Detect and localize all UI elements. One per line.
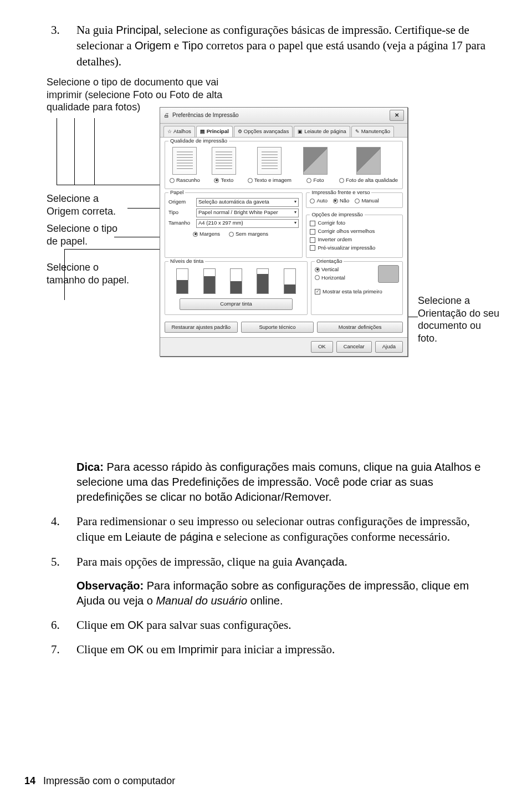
- dialog-tabs: ☆Atalhos ▤Principal ⚙Opções avançadas ▣L…: [160, 124, 407, 138]
- cancel-button[interactable]: Cancelar: [336, 341, 372, 353]
- label: Suporte técnico: [259, 324, 295, 330]
- label: Margens: [200, 231, 220, 238]
- print-preferences-dialog: 🖨 Preferências de Impressão ✕ ☆Atalhos ▤…: [160, 107, 408, 357]
- step-4-text: Para redimensionar o seu impresso ou sel…: [76, 514, 489, 545]
- step-6-text: Clique em OK para salvar suas configuraç…: [76, 617, 489, 633]
- t: para iniciar a impressão.: [218, 643, 335, 656]
- t: Principal: [116, 24, 158, 36]
- t: Para acesso rápido às configurações mais…: [104, 461, 434, 473]
- radio-auto[interactable]: Auto: [310, 197, 328, 205]
- margins-row: Margens Sem margens: [168, 230, 299, 239]
- step-5-number: 5.: [51, 554, 66, 570]
- t: Imprimir: [178, 643, 218, 655]
- quality-row: Rascunho Texto Texto e imagem Foto: [168, 145, 399, 184]
- origem-select[interactable]: Seleção automática da gaveta▾: [196, 198, 299, 207]
- dialog-footer-buttons: OK Cancelar Ajuda: [160, 337, 407, 356]
- ink-fieldset: Níveis de tinta Comprar tinta: [165, 261, 308, 315]
- t: para fotos): [90, 101, 140, 113]
- check-pre-visualizar[interactable]: Pré-visualizar impressão: [310, 245, 399, 252]
- figure-area: Selecione o tipo de documento que vai im…: [51, 78, 489, 444]
- step-6: 6. Clique em OK para salvar suas configu…: [51, 617, 489, 633]
- tamanho-label: Tamanho: [168, 220, 193, 227]
- leader-line: [64, 249, 65, 300]
- radio-horizontal[interactable]: Horizontal: [315, 275, 375, 282]
- step-6-number: 6.: [51, 617, 66, 633]
- lower-button-row: Restaurar ajustes padrão Suporte técnico…: [165, 322, 403, 333]
- step-3-number: 3.: [51, 22, 66, 69]
- tipo-select[interactable]: Papel normal / Bright White Paper▾: [196, 209, 299, 217]
- q-label: Texto: [221, 177, 233, 184]
- callout-orientacao: Selecione a Orientação do seu documento …: [418, 294, 501, 344]
- check-corrigir-foto[interactable]: Corrigir foto: [310, 220, 399, 227]
- ink-tanks: [168, 265, 304, 296]
- label: Sem margens: [236, 231, 268, 238]
- tab-label: Atalhos: [173, 128, 191, 135]
- tipo-row: Tipo Papel normal / Bright White Paper▾: [168, 209, 299, 217]
- orientation-fieldset: Orientação Vertical Horizontal Mostrar e…: [311, 261, 403, 315]
- ink-tank: [203, 268, 216, 294]
- step-3-text: Na guia Principal, selecione as configur…: [76, 22, 489, 69]
- label: Comprar tinta: [220, 301, 252, 307]
- t: .: [344, 555, 347, 568]
- show-defs-button[interactable]: Mostrar definições: [317, 322, 403, 333]
- tab-atalhos[interactable]: ☆Atalhos: [163, 126, 195, 137]
- dialog-title: Preferências de Impressão: [172, 111, 239, 119]
- t: online.: [247, 594, 283, 607]
- tab-avancadas[interactable]: ⚙Opções avançadas: [234, 126, 293, 137]
- orientation-legend: Orientação: [315, 258, 344, 265]
- t: Orientação: [418, 308, 467, 319]
- dialog-titlebar: 🖨 Preferências de Impressão ✕: [160, 108, 407, 124]
- leader-line: [94, 118, 95, 185]
- t: Clique em: [76, 643, 127, 656]
- t: Atalhos: [434, 461, 472, 473]
- ink-orientation-row: Níveis de tinta Comprar tinta Orientação: [165, 261, 403, 318]
- ok-button[interactable]: OK: [311, 341, 333, 353]
- duplex-legend: Impressão frente e verso: [310, 189, 371, 196]
- support-button[interactable]: Suporte técnico: [241, 322, 314, 333]
- step-4: 4. Para redimensionar o seu impresso ou …: [51, 514, 489, 545]
- t: correta.: [79, 206, 116, 217]
- thumb-icon: [356, 147, 381, 175]
- radio-sem-margens[interactable]: Sem margens: [229, 231, 268, 238]
- paper-legend: Papel: [168, 189, 185, 196]
- duplex-fieldset: Impressão frente e verso Auto Não Manual: [306, 192, 403, 209]
- tab-manutencao[interactable]: ✎Manutenção: [351, 126, 394, 137]
- close-button[interactable]: ✕: [390, 110, 404, 121]
- radio-margens[interactable]: Margens: [193, 231, 220, 238]
- dialog-title-wrap: 🖨 Preferências de Impressão: [163, 111, 239, 119]
- tamanho-select[interactable]: A4 (210 x 297 mm)▾: [196, 219, 299, 228]
- print-options-fieldset: Opções de impressão Corrigir foto Corrig…: [306, 215, 403, 257]
- check-show-first[interactable]: Mostrar esta tela primeiro: [315, 288, 399, 296]
- t: Selecione o tipo de papel.: [47, 223, 117, 247]
- quality-option-foto-alta[interactable]: Foto de alta qualidade: [339, 147, 398, 184]
- layout-icon: ▣: [298, 128, 303, 135]
- right-options-column: Impressão frente e verso Auto Não Manual…: [306, 192, 403, 261]
- ink-tank: [176, 268, 188, 294]
- quality-option-texto-imagem[interactable]: Texto e imagem: [248, 147, 291, 184]
- restore-defaults-button[interactable]: Restaurar ajustes padrão: [165, 322, 238, 333]
- help-button[interactable]: Ajuda: [375, 341, 403, 353]
- paper-fieldset: Papel Origem Seleção automática da gavet…: [165, 192, 303, 258]
- tab-principal[interactable]: ▤Principal: [196, 126, 233, 137]
- radio-nao[interactable]: Não: [333, 197, 349, 205]
- radio-manual[interactable]: Manual: [355, 197, 378, 205]
- label: Vertical: [321, 266, 339, 273]
- check-olhos-vermelhos[interactable]: Corrigir olhos vermelhos: [310, 228, 399, 235]
- label: Horizontal: [321, 275, 345, 282]
- label: Auto: [316, 197, 328, 205]
- label: Corrigir foto: [318, 220, 345, 227]
- tab-leiaute[interactable]: ▣Leiaute de página: [294, 126, 350, 137]
- t: .: [329, 491, 332, 503]
- t: Para mais opções de impressão, clique na…: [76, 555, 295, 568]
- label: Pré-visualizar impressão: [318, 245, 375, 252]
- step-5-text: Para mais opções de impressão, clique na…: [76, 554, 489, 570]
- buy-ink-button[interactable]: Comprar tinta: [180, 298, 293, 310]
- quality-option-foto[interactable]: Foto: [303, 147, 328, 184]
- quality-option-rascunho[interactable]: Rascunho: [170, 147, 200, 184]
- chevron-down-icon: ▾: [294, 199, 296, 205]
- quality-option-texto[interactable]: Texto: [212, 147, 236, 184]
- origem-row: Origem Seleção automática da gaveta▾: [168, 198, 299, 207]
- radio-vertical[interactable]: Vertical: [315, 266, 375, 273]
- check-inverter-ordem[interactable]: Inverter ordem: [310, 236, 399, 243]
- q-label: Rascunho: [176, 177, 200, 184]
